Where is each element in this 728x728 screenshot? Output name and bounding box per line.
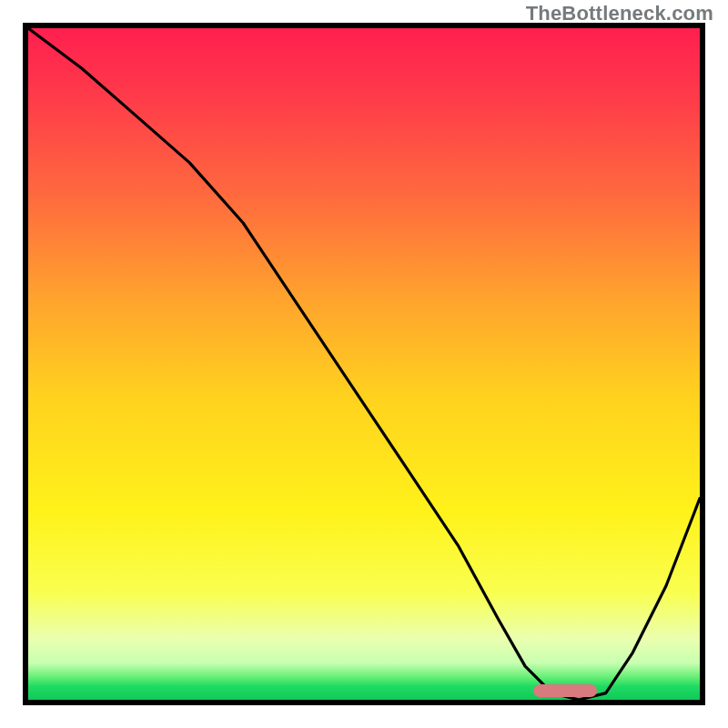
line-series (28, 28, 700, 700)
optimal-range-marker (533, 684, 597, 697)
figure: TheBottleneck.com (0, 0, 728, 728)
bottleneck-curve-path (28, 28, 700, 700)
plot-area (23, 23, 705, 705)
